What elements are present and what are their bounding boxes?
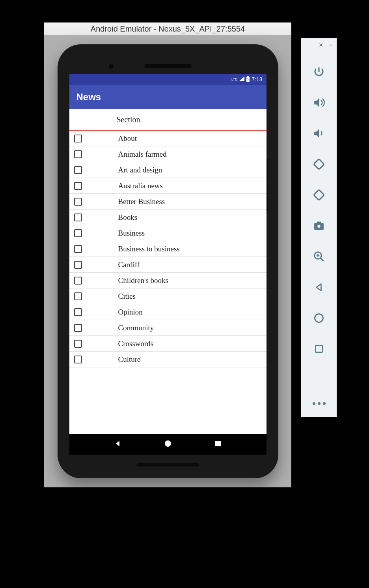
- list-item-label: Crosswords: [118, 339, 154, 348]
- checkbox[interactable]: [74, 182, 82, 190]
- rotate-left-icon[interactable]: [312, 157, 326, 171]
- checkbox[interactable]: [74, 213, 82, 221]
- checkbox[interactable]: [74, 308, 82, 316]
- nav-overview-icon[interactable]: [214, 440, 222, 449]
- list-item[interactable]: Art and design: [69, 162, 266, 178]
- phone-screen: LTE 7:13 News Section AboutAni: [69, 74, 266, 455]
- list-item[interactable]: Community: [69, 320, 266, 336]
- emulator-body: LTE 7:13 News Section AboutAni: [44, 35, 291, 487]
- checkbox[interactable]: [74, 277, 82, 285]
- checkbox[interactable]: [74, 229, 82, 237]
- emulator-side-panel: × −: [301, 38, 337, 417]
- overview-icon[interactable]: [312, 342, 326, 356]
- svg-point-2: [165, 440, 171, 447]
- nav-home-icon[interactable]: [164, 440, 172, 449]
- nav-back-icon[interactable]: [114, 440, 122, 449]
- app-title: News: [76, 92, 101, 103]
- svg-rect-12: [315, 345, 322, 352]
- list-item[interactable]: Cities: [69, 288, 266, 304]
- list-item[interactable]: Business: [69, 225, 266, 241]
- volume-up-icon[interactable]: [312, 96, 326, 109]
- list-item[interactable]: Crosswords: [69, 336, 266, 352]
- camera-icon[interactable]: [312, 219, 326, 232]
- svg-point-11: [315, 314, 323, 322]
- list-item[interactable]: Opinion: [69, 304, 266, 320]
- list-item-label: Culture: [118, 355, 141, 364]
- content-area[interactable]: Section AboutAnimals farmedArt and desig…: [69, 109, 266, 434]
- checkbox[interactable]: [74, 292, 82, 300]
- battery-icon: [246, 76, 250, 83]
- svg-rect-5: [314, 190, 324, 200]
- emulator-title: Android Emulator - Nexus_5X_API_27:5554: [91, 24, 245, 34]
- list-item-label: Books: [118, 213, 138, 222]
- list-item[interactable]: Books: [69, 210, 266, 225]
- checkbox[interactable]: [74, 150, 82, 158]
- list-item-label: Community: [118, 324, 154, 332]
- phone-power-key: [266, 159, 268, 214]
- list-item-label: Business: [118, 229, 145, 238]
- list-item[interactable]: Cardiff: [69, 257, 266, 273]
- more-icon[interactable]: [313, 402, 326, 405]
- volume-down-icon[interactable]: [312, 127, 326, 140]
- svg-point-6: [317, 225, 321, 228]
- zoom-in-icon[interactable]: [312, 250, 326, 263]
- list-item-label: Better Business: [118, 197, 165, 206]
- checkbox[interactable]: [74, 135, 82, 142]
- list-item[interactable]: Children's books: [69, 273, 266, 288]
- svg-rect-1: [247, 76, 249, 77]
- signal-icon: [239, 76, 244, 82]
- list-item[interactable]: Business to business: [69, 241, 266, 257]
- panel-minimize-button[interactable]: −: [328, 41, 333, 49]
- list-item-label: Cardiff: [118, 260, 140, 269]
- checkbox[interactable]: [74, 324, 82, 332]
- checkbox[interactable]: [74, 261, 82, 269]
- list-item-label: About: [118, 134, 137, 143]
- list-item-label: Business to business: [118, 245, 180, 253]
- checkbox[interactable]: [74, 166, 82, 174]
- status-bar: LTE 7:13: [69, 74, 266, 85]
- power-icon[interactable]: [312, 65, 326, 79]
- home-icon[interactable]: [312, 311, 326, 325]
- checkbox[interactable]: [74, 356, 82, 363]
- android-nav-bar: [69, 434, 266, 455]
- list-item-label: Australia news: [118, 182, 163, 190]
- panel-close-button[interactable]: ×: [319, 41, 323, 49]
- phone-camera: [109, 64, 114, 69]
- list-item[interactable]: Australia news: [69, 178, 266, 194]
- phone-speaker: [144, 64, 192, 68]
- list-item[interactable]: Animals farmed: [69, 146, 266, 162]
- svg-line-8: [321, 258, 324, 261]
- list-item-label: Children's books: [118, 276, 168, 285]
- section-list[interactable]: AboutAnimals farmedArt and designAustral…: [69, 131, 266, 367]
- emulator-window: Android Emulator - Nexus_5X_API_27:5554 …: [44, 22, 291, 487]
- list-item-label: Opinion: [118, 308, 143, 316]
- list-item[interactable]: About: [69, 131, 266, 146]
- phone-frame: LTE 7:13 News Section AboutAni: [58, 44, 278, 478]
- list-item[interactable]: Culture: [69, 352, 266, 367]
- list-item[interactable]: Better Business: [69, 194, 266, 210]
- clock: 7:13: [252, 76, 262, 82]
- app-bar: News: [69, 85, 266, 109]
- list-item-label: Cities: [118, 292, 136, 301]
- checkbox[interactable]: [74, 340, 82, 348]
- list-item-label: Art and design: [118, 166, 162, 174]
- checkbox[interactable]: [74, 245, 82, 253]
- back-icon[interactable]: [312, 281, 326, 294]
- svg-rect-4: [314, 159, 324, 169]
- list-item-label: Animals farmed: [118, 150, 167, 159]
- rotate-right-icon[interactable]: [312, 188, 326, 202]
- emulator-titlebar[interactable]: Android Emulator - Nexus_5X_API_27:5554: [44, 22, 291, 35]
- network-label: LTE: [231, 77, 237, 81]
- checkbox[interactable]: [74, 198, 82, 206]
- section-header-label: Section: [117, 115, 140, 124]
- section-header: Section: [69, 109, 266, 131]
- phone-bottom-speaker: [136, 463, 199, 466]
- svg-rect-3: [215, 441, 221, 446]
